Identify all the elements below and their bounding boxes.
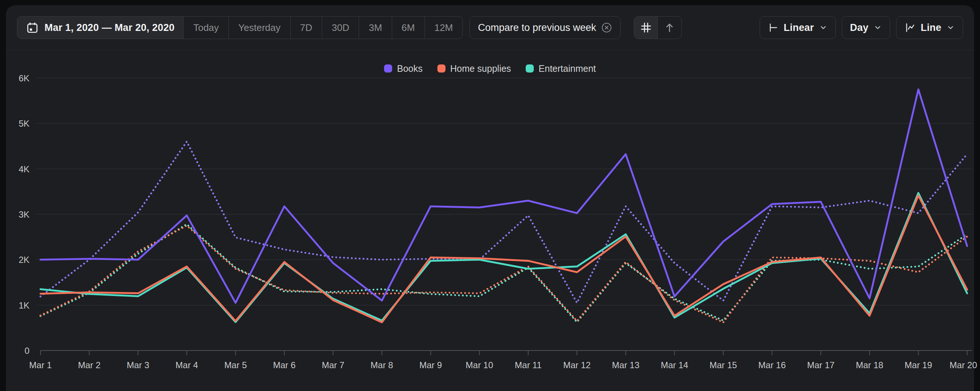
grid-view-toggle[interactable] xyxy=(634,17,658,39)
legend-label: Home supplies xyxy=(450,63,511,74)
legend-swatch xyxy=(438,64,445,73)
interval-label: Day xyxy=(850,22,869,34)
toolbar: Mar 1, 2020 — Mar 20, 2020 TodayYesterda… xyxy=(6,5,974,50)
chart-legend: BooksHome suppliesEntertainment xyxy=(6,61,974,77)
chevron-down-icon xyxy=(874,24,882,32)
chevron-down-icon xyxy=(947,24,955,32)
interval-dropdown[interactable]: Day xyxy=(842,16,890,39)
date-range-button[interactable]: Mar 1, 2020 — Mar 20, 2020 xyxy=(17,17,184,39)
legend-item-books[interactable]: Books xyxy=(384,63,422,74)
preset-yesterday[interactable]: Yesterday xyxy=(229,17,291,39)
calendar-icon xyxy=(26,21,39,34)
chart-type-dropdown[interactable]: Line xyxy=(896,16,963,39)
preset-3m[interactable]: 3M xyxy=(359,17,392,39)
compare-button[interactable]: Compare to previous week xyxy=(469,16,620,39)
legend-item-entertainment[interactable]: Entertainment xyxy=(526,63,596,74)
arrow-up-icon xyxy=(663,22,675,34)
preset-7d[interactable]: 7D xyxy=(291,17,322,39)
legend-item-home-supplies[interactable]: Home supplies xyxy=(438,63,511,74)
chart-type-label: Line xyxy=(921,22,941,34)
date-range-label: Mar 1, 2020 — Mar 20, 2020 xyxy=(45,22,174,34)
compare-label: Compare to previous week xyxy=(478,22,596,34)
date-range-group: Mar 1, 2020 — Mar 20, 2020 TodayYesterda… xyxy=(17,16,463,39)
scale-label: Linear xyxy=(784,22,814,34)
hash-grid-icon xyxy=(640,21,652,34)
preset-30d[interactable]: 30D xyxy=(322,17,360,39)
legend-swatch xyxy=(526,64,534,73)
linear-scale-icon xyxy=(768,22,778,33)
line-chart-icon xyxy=(905,22,916,33)
close-circle-icon[interactable] xyxy=(601,22,612,33)
sort-ascending-toggle[interactable] xyxy=(658,17,681,39)
preset-12m[interactable]: 12M xyxy=(425,17,463,39)
scale-dropdown[interactable]: Linear xyxy=(760,16,835,39)
preset-today[interactable]: Today xyxy=(184,17,228,39)
preset-6m[interactable]: 6M xyxy=(392,17,425,39)
chevron-down-icon xyxy=(819,24,827,32)
legend-label: Books xyxy=(397,63,422,74)
view-toggle-group xyxy=(634,16,682,39)
chart-card: Mar 1, 2020 — Mar 20, 2020 TodayYesterda… xyxy=(6,5,974,391)
legend-swatch xyxy=(384,64,392,73)
legend-label: Entertainment xyxy=(539,63,596,74)
